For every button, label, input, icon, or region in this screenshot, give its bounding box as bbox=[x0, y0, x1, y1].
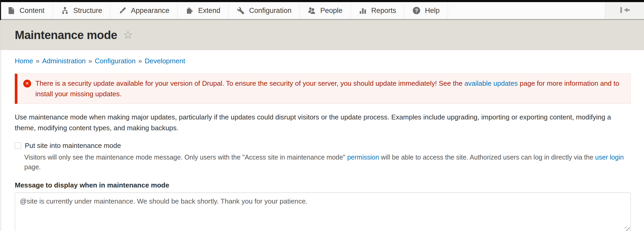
error-message-text: There is a security update available for… bbox=[35, 78, 623, 99]
toolbar-orientation-toggle[interactable] bbox=[605, 2, 644, 19]
toolbar-spacer bbox=[448, 2, 605, 19]
toolbar-item-label: Help bbox=[425, 7, 440, 15]
toolbar-item-structure[interactable]: Structure bbox=[53, 2, 111, 19]
breadcrumb-link-development[interactable]: Development bbox=[145, 57, 185, 65]
error-icon: ✕ bbox=[23, 80, 31, 88]
toolbar-item-configuration[interactable]: Configuration bbox=[229, 2, 300, 19]
toolbar-collapse-icon bbox=[619, 6, 631, 16]
toolbar-item-people[interactable]: People bbox=[300, 2, 351, 19]
sitemap-icon bbox=[61, 6, 69, 15]
people-icon bbox=[307, 6, 316, 15]
description-part-1: Visitors will only see the maintenance m… bbox=[24, 153, 347, 161]
main-content: Home»Administration»Configuration»Develo… bbox=[0, 50, 644, 231]
breadcrumb-separator: » bbox=[138, 57, 142, 65]
error-text-before-link: There is a security update available for… bbox=[35, 79, 464, 87]
toolbar-item-extend[interactable]: Extend bbox=[178, 2, 229, 19]
paintbrush-icon bbox=[118, 6, 127, 15]
breadcrumb-separator: » bbox=[36, 57, 39, 65]
toolbar-item-label: People bbox=[320, 7, 342, 15]
puzzle-icon bbox=[186, 6, 194, 15]
bar-chart-icon bbox=[359, 6, 367, 15]
window-edge-dark bbox=[0, 0, 1, 20]
wrench-icon bbox=[236, 6, 245, 15]
maintenance-mode-checkbox-row: Put site into maintenance mode bbox=[15, 142, 631, 150]
toolbar-item-label: Content bbox=[20, 7, 45, 15]
security-update-error-message: ✕ There is a security update available f… bbox=[15, 74, 631, 104]
user-login-link[interactable]: user login bbox=[595, 153, 624, 161]
toolbar-item-appearance[interactable]: Appearance bbox=[110, 2, 178, 19]
available-updates-link[interactable]: available updates bbox=[464, 79, 518, 87]
maintenance-message-wrapper: @site is currently under maintenance. We… bbox=[15, 192, 631, 231]
description-part-3: page. bbox=[24, 163, 41, 171]
description-part-2: will be able to access the site. Authori… bbox=[379, 153, 595, 161]
toolbar-item-content[interactable]: Content bbox=[0, 2, 53, 19]
breadcrumb: Home»Administration»Configuration»Develo… bbox=[15, 57, 631, 65]
star-outline-icon[interactable]: ☆ bbox=[123, 30, 133, 41]
toolbar-item-label: Structure bbox=[73, 7, 102, 15]
breadcrumb-separator: » bbox=[88, 57, 92, 65]
admin-toolbar: Content Structure Appearance Extend Conf… bbox=[0, 2, 644, 19]
maintenance-mode-checkbox-label[interactable]: Put site into maintenance mode bbox=[25, 142, 121, 150]
window-edge-light bbox=[1, 20, 1, 231]
permission-link[interactable]: permission bbox=[347, 153, 379, 161]
toolbar-item-reports[interactable]: Reports bbox=[351, 2, 405, 19]
toolbar-item-label: Configuration bbox=[249, 7, 292, 15]
toolbar-item-label: Appearance bbox=[131, 7, 169, 15]
breadcrumb-link-configuration[interactable]: Configuration bbox=[95, 57, 136, 65]
maintenance-message-textarea[interactable]: @site is currently under maintenance. We… bbox=[15, 192, 631, 231]
toolbar-item-label: Extend bbox=[198, 7, 220, 15]
toolbar-item-help[interactable]: ? Help bbox=[404, 2, 448, 19]
admin-top-strip bbox=[0, 0, 644, 2]
help-icon: ? bbox=[412, 6, 421, 15]
maintenance-mode-checkbox[interactable] bbox=[15, 142, 21, 149]
page-title: Maintenance mode bbox=[15, 28, 117, 42]
toolbar-item-label: Reports bbox=[371, 7, 396, 15]
maintenance-message-label: Message to display when in maintenance m… bbox=[15, 181, 631, 189]
breadcrumb-link-home[interactable]: Home bbox=[15, 57, 33, 65]
maintenance-mode-intro: Use maintenance mode when making major u… bbox=[15, 112, 631, 134]
maintenance-mode-checkbox-description: Visitors will only see the maintenance m… bbox=[24, 152, 631, 172]
page-header: Maintenance mode ☆ bbox=[0, 20, 644, 50]
breadcrumb-link-administration[interactable]: Administration bbox=[42, 57, 86, 65]
document-icon bbox=[7, 6, 15, 15]
